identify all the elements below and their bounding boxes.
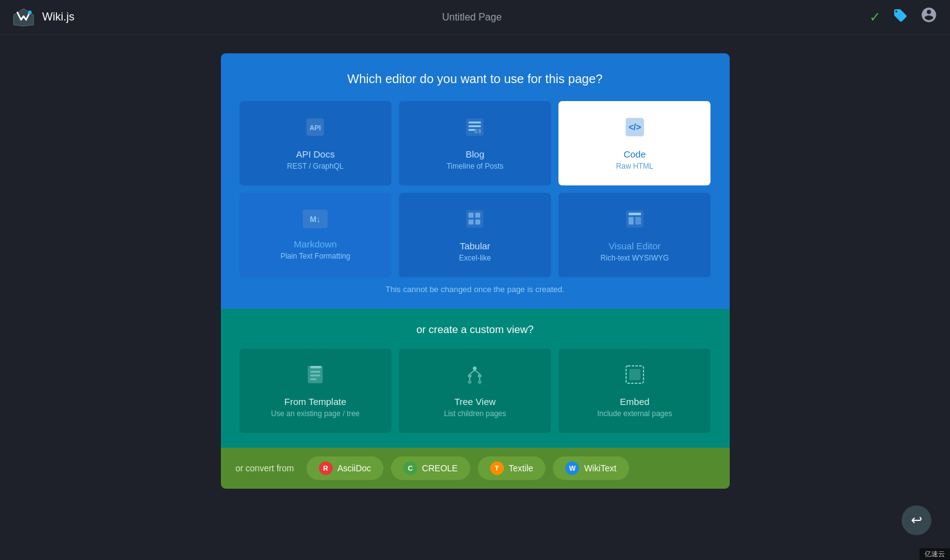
watermark: 亿速云 <box>920 548 950 560</box>
editor-card-tabular[interactable]: Tabular Excel-like <box>399 193 551 277</box>
editor-card-code[interactable]: </> Code Raw HTML <box>558 101 710 185</box>
from-template-name: From Template <box>284 396 346 407</box>
editor-card-visual-editor-name: Visual Editor <box>609 241 661 251</box>
svg-point-30 <box>478 374 482 378</box>
embed-icon <box>624 363 646 390</box>
editor-grid: API API Docs REST / GraphQL <box>240 101 711 277</box>
svg-rect-6 <box>468 125 481 127</box>
convert-creole-button[interactable]: C CREOLE <box>391 456 470 480</box>
editor-card-api-docs-sub: REST / GraphQL <box>287 162 344 171</box>
svg-rect-38 <box>629 369 640 380</box>
custom-grid: From Template Use an existing page / tre… <box>240 349 711 433</box>
from-template-sub: Use an existing page / tree <box>271 409 360 418</box>
editor-card-api-docs-name: API Docs <box>296 149 335 159</box>
editor-card-blog-name: Blog <box>465 149 484 159</box>
panel-note: This cannot be changed once the page is … <box>240 285 711 294</box>
svg-point-31 <box>468 380 472 384</box>
svg-rect-27 <box>310 378 316 380</box>
convert-asciidoc-button[interactable]: R AsciiDoc <box>307 456 383 480</box>
creole-circle: C <box>403 461 417 475</box>
svg-rect-21 <box>629 217 634 224</box>
svg-rect-14 <box>466 210 483 228</box>
tree-view-icon <box>464 363 486 390</box>
editor-card-tabular-sub: Excel-like <box>459 254 491 262</box>
textile-circle: T <box>490 461 504 475</box>
creole-label: CREOLE <box>422 463 458 473</box>
svg-rect-8 <box>478 129 481 133</box>
app-logo-icon <box>12 6 35 29</box>
main-content: Which editor do you want to use for this… <box>0 35 950 501</box>
svg-text:API: API <box>310 124 321 131</box>
svg-rect-20 <box>629 213 641 215</box>
teal-panel-title: or create a custom view? <box>240 324 711 336</box>
editor-selection-panel: Which editor do you want to use for this… <box>221 53 730 309</box>
wikitext-circle: W <box>565 461 579 475</box>
svg-line-34 <box>475 370 480 374</box>
svg-line-33 <box>470 370 475 374</box>
svg-rect-5 <box>468 122 481 123</box>
editor-card-visual-editor[interactable]: Visual Editor Rich-text WYSIWYG <box>558 193 710 277</box>
editor-card-markdown[interactable]: M↓ Markdown Plain Text Formatting <box>240 193 392 277</box>
embed-sub: Include external pages <box>597 409 672 418</box>
svg-point-29 <box>468 374 472 378</box>
editor-card-code-sub: Raw HTML <box>616 162 653 171</box>
topbar-actions: ✓ <box>869 6 938 28</box>
svg-rect-9 <box>475 129 477 133</box>
editor-card-markdown-name: Markdown <box>294 239 337 249</box>
topbar: Wiki.js Untitled Page ✓ <box>0 0 950 35</box>
tags-button[interactable] <box>893 8 908 27</box>
convert-label: or convert from <box>236 463 294 473</box>
editor-card-visual-editor-sub: Rich-text WYSIWYG <box>601 254 669 262</box>
panel-title: Which editor do you want to use for this… <box>240 72 711 86</box>
editor-card-api-docs[interactable]: API API Docs REST / GraphQL <box>240 101 392 185</box>
wikitext-label: WikiText <box>584 463 616 473</box>
tree-view-sub: List children pages <box>444 409 506 418</box>
custom-card-embed[interactable]: Embed Include external pages <box>558 349 710 433</box>
svg-rect-17 <box>468 220 473 224</box>
convert-bar: or convert from R AsciiDoc C CREOLE T Te… <box>221 448 730 489</box>
svg-rect-18 <box>475 220 480 224</box>
svg-rect-26 <box>310 375 320 376</box>
embed-name: Embed <box>620 396 650 407</box>
code-icon: </> <box>624 116 646 143</box>
editor-card-markdown-sub: Plain Text Formatting <box>280 252 351 260</box>
editor-card-tabular-name: Tabular <box>460 241 490 251</box>
topbar-left: Wiki.js <box>12 6 74 29</box>
page-title-header: Untitled Page <box>442 12 501 23</box>
visual-editor-icon <box>624 208 646 234</box>
svg-point-32 <box>478 380 482 384</box>
svg-rect-22 <box>635 217 641 224</box>
app-title: Wiki.js <box>42 11 74 24</box>
textile-label: Textile <box>509 463 534 473</box>
svg-text:</>: </> <box>629 122 641 132</box>
custom-card-from-template[interactable]: From Template Use an existing page / tre… <box>240 349 392 433</box>
svg-text:M↓: M↓ <box>310 215 320 224</box>
svg-point-28 <box>473 367 477 370</box>
save-button[interactable]: ✓ <box>869 9 881 25</box>
editor-card-blog[interactable]: Blog Timeline of Posts <box>399 101 551 185</box>
svg-point-1 <box>28 11 32 14</box>
asciidoc-circle: R <box>319 461 333 475</box>
from-template-icon <box>304 363 326 390</box>
custom-card-tree-view[interactable]: Tree View List children pages <box>399 349 551 433</box>
svg-rect-15 <box>468 213 473 218</box>
tree-view-name: Tree View <box>454 396 496 407</box>
blog-icon <box>464 116 486 143</box>
account-button[interactable] <box>920 6 938 28</box>
editor-card-code-name: Code <box>624 149 646 159</box>
convert-textile-button[interactable]: T Textile <box>478 456 546 480</box>
tabular-icon <box>464 208 486 234</box>
svg-rect-25 <box>310 371 320 373</box>
asciidoc-label: AsciiDoc <box>338 463 371 473</box>
markdown-icon: M↓ <box>303 210 328 233</box>
back-fab[interactable]: ↩ <box>902 505 931 535</box>
custom-view-panel: or create a custom view? From Template U… <box>221 309 730 448</box>
convert-wikitext-button[interactable]: W WikiText <box>553 456 629 480</box>
svg-rect-16 <box>475 213 480 218</box>
editor-card-blog-sub: Timeline of Posts <box>447 162 504 171</box>
svg-rect-24 <box>310 366 321 368</box>
api-docs-icon: API <box>304 116 326 143</box>
